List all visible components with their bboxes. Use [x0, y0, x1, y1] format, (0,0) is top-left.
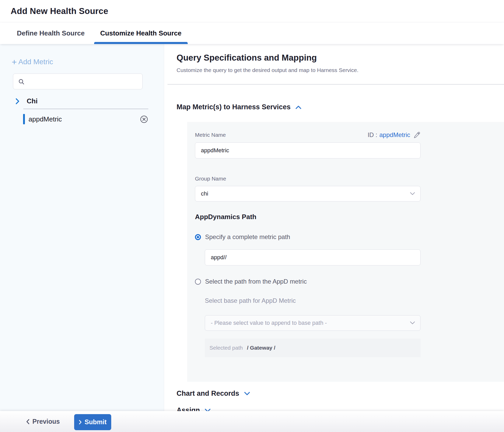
tab-bar: Define Health Source Customize Health So… [0, 22, 504, 44]
complete-metric-path-input[interactable] [205, 249, 421, 265]
metric-name-row: Metric Name ID : appdMetric [195, 131, 421, 139]
chevron-up-icon [295, 105, 302, 109]
metric-search [13, 74, 143, 89]
modal-body: + Add Metric Chi appdMetric [0, 44, 504, 411]
group-name-select[interactable]: chi [195, 186, 421, 201]
sidebar-divider [23, 109, 148, 109]
submit-button[interactable]: Submit [74, 414, 111, 430]
tab-define-health-source[interactable]: Define Health Source [11, 22, 91, 44]
tab-label: Customize Health Source [100, 29, 182, 37]
page-title: Add New Health Source [11, 6, 108, 16]
add-health-source-modal: Add New Health Source Define Health Sour… [0, 0, 504, 432]
map-metrics-title: Map Metric(s) to Harness Services [177, 103, 291, 111]
heading-divider [167, 84, 504, 84]
base-path-select[interactable]: - Please select value to append to base … [205, 315, 421, 331]
radio-select-path-from-appd[interactable]: Select the path from the AppD metric [195, 278, 504, 285]
metric-item-label: appdMetric [29, 115, 62, 123]
edit-pencil-icon[interactable] [413, 131, 421, 139]
appdynamics-path-heading: AppDynamics Path [195, 213, 504, 221]
radio-label: Select the path from the AppD metric [205, 278, 307, 285]
id-value-link[interactable]: appdMetric [379, 131, 410, 139]
chevron-down-icon [410, 192, 415, 195]
remove-metric-icon[interactable] [140, 115, 148, 123]
add-metric-label: Add Metric [18, 58, 53, 66]
wizard-footer: Previous Submit [0, 411, 504, 432]
selected-path-value: / Gateway / [247, 345, 275, 351]
chevron-right-icon [79, 419, 82, 425]
metrics-sidebar: + Add Metric Chi appdMetric [0, 44, 164, 411]
group-name-value: chi [201, 190, 208, 197]
plus-icon: + [12, 57, 17, 66]
chevron-right-icon [15, 98, 20, 105]
id-prefix: ID : [368, 131, 377, 139]
metric-name-input[interactable] [195, 142, 421, 159]
group-name-label: Group Name [195, 176, 504, 182]
submit-label: Submit [85, 418, 107, 426]
add-metric-button[interactable]: + Add Metric [12, 57, 164, 66]
chart-and-records-section-toggle[interactable]: Chart and Records [177, 390, 504, 398]
map-metrics-section-toggle[interactable]: Map Metric(s) to Harness Services [177, 103, 504, 111]
radio-selected-icon[interactable] [195, 234, 201, 240]
section-heading: Query Specifications and Mapping [177, 53, 504, 63]
chevron-down-icon [205, 408, 211, 411]
sidebar-item-appdmetric[interactable]: appdMetric [0, 113, 164, 126]
tab-customize-health-source[interactable]: Customize Health Source [94, 22, 188, 44]
search-icon [18, 78, 25, 85]
previous-label: Previous [32, 418, 60, 425]
assign-title: Assign [177, 406, 200, 411]
chevron-left-icon [26, 419, 30, 425]
modal-header: Add New Health Source [0, 0, 504, 22]
tab-label: Define Health Source [17, 29, 85, 37]
base-path-label: Select base path for AppD Metric [205, 297, 504, 304]
radio-complete-metric-path[interactable]: Specify a complete metric path [195, 233, 504, 241]
radio-unselected-icon[interactable] [195, 279, 201, 285]
radio-label: Specify a complete metric path [205, 233, 290, 241]
assign-section-toggle[interactable]: Assign [177, 406, 504, 411]
section-subheading: Customize the query to get the desired o… [177, 67, 504, 73]
search-input[interactable] [28, 78, 132, 85]
previous-button[interactable]: Previous [26, 418, 60, 425]
metric-id: ID : appdMetric [368, 131, 421, 139]
chevron-down-icon [410, 321, 415, 325]
selected-path-box: Selected path / Gateway / [205, 339, 421, 357]
group-name: Chi [27, 97, 38, 105]
chart-and-records-title: Chart and Records [177, 390, 239, 398]
sidebar-group-chi[interactable]: Chi [15, 97, 164, 105]
chevron-down-icon [244, 392, 250, 396]
metric-name-label: Metric Name [195, 132, 226, 138]
metric-mapping-card: Metric Name ID : appdMetric Group Name c… [187, 122, 504, 382]
query-spec-panel: Query Specifications and Mapping Customi… [164, 44, 504, 411]
selected-indicator-bar [23, 114, 25, 124]
selected-path-label: Selected path [209, 345, 243, 351]
base-path-placeholder: - Please select value to append to base … [211, 320, 327, 326]
